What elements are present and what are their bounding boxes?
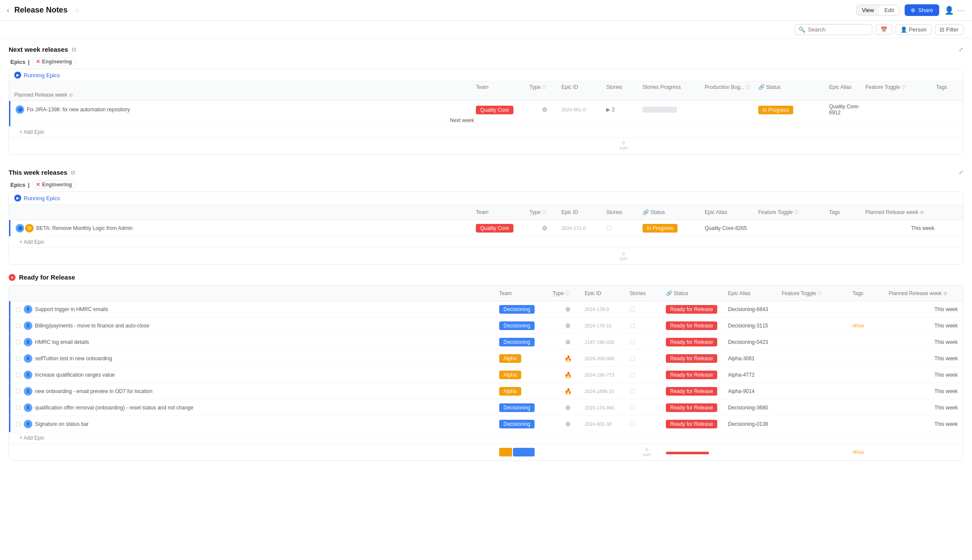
more-icon[interactable]: ⋯: [957, 6, 965, 15]
row3-6-title: ☐ 👤 new onboarding - email preview in OD…: [16, 387, 497, 396]
row3-7-team[interactable]: Decisioning: [499, 404, 551, 411]
row3-6-status[interactable]: Ready for Release: [666, 388, 726, 394]
row3-2-epic-alias: Decisioning-3115: [728, 323, 780, 329]
row3-1-epic-alias: Decisioning-6843: [728, 306, 780, 312]
row1-team[interactable]: Quality Core: [476, 107, 528, 113]
calendar-button[interactable]: 📅: [876, 24, 892, 35]
section1-table: ▶ Running Epics Team Type ⓘ Epic ID Stor…: [9, 69, 963, 155]
section3-add-epic[interactable]: + Add Epic: [9, 432, 963, 444]
row3-3-team[interactable]: Decisioning: [499, 339, 551, 345]
stories-check[interactable]: ☐: [630, 322, 635, 329]
section1-running-epics-label[interactable]: Running Epics: [24, 72, 60, 79]
row3-8-status[interactable]: Ready for Release: [666, 421, 726, 427]
col3-stories: Stories: [630, 290, 664, 296]
row2-checkbox[interactable]: ☐: [606, 225, 612, 232]
stories-check[interactable]: ☐: [630, 421, 635, 428]
row3-2-status[interactable]: Ready for Release: [666, 322, 726, 329]
row3-2-team[interactable]: Decisioning: [499, 322, 551, 329]
search-box[interactable]: 🔍: [795, 24, 872, 35]
row1-type: ⚙: [529, 106, 560, 113]
row2-status[interactable]: In Progress: [643, 225, 703, 231]
col-team: Team: [476, 84, 528, 90]
row3-check[interactable]: ☐: [16, 404, 21, 411]
row3-3-planned-week: This week: [889, 339, 958, 345]
type-info-icon: ⓘ: [542, 84, 546, 90]
row3-3-epic-alias: Decisioning-0423: [728, 339, 780, 345]
section2-filter-icon[interactable]: ⊟: [71, 170, 75, 176]
row2-avatars: 🔵 🟡: [16, 224, 34, 233]
row3-8-planned-week: This week: [889, 421, 958, 427]
row3-7-planned-week: This week: [889, 405, 958, 411]
row3-2-epic-id: 2024-179-15: [585, 323, 628, 328]
stories-check[interactable]: ☐: [630, 355, 635, 362]
row2-planned-week: This week: [865, 225, 934, 231]
row3-avatar: 👤: [24, 354, 32, 363]
search-input[interactable]: [808, 26, 868, 33]
section2-add-epic[interactable]: + Add Epic: [9, 236, 963, 248]
sum-num-3: 0 sum: [630, 447, 664, 457]
stories-check[interactable]: ☐: [630, 371, 635, 378]
row3-3-status[interactable]: Ready for Release: [666, 339, 726, 345]
row3-4-type: 🔥: [553, 355, 583, 362]
row3-5-team[interactable]: Alpha: [499, 371, 551, 378]
row2-title: 🔵 🟡 BETA: Remove Monthly Logic from Admi…: [16, 224, 474, 233]
sum-risk-tag: #Risk: [852, 450, 887, 455]
section1-expand-icon[interactable]: ⤢: [959, 46, 963, 53]
row3-avatar: 👤: [24, 403, 32, 412]
section2-running-epics-label[interactable]: Running Epics: [24, 195, 60, 201]
row3-6-team[interactable]: Alpha: [499, 388, 551, 394]
view-button[interactable]: View: [857, 5, 879, 15]
section2-title: This week releases: [9, 169, 67, 176]
add-col-icon3[interactable]: ⊕: [943, 290, 947, 296]
profile-icon[interactable]: 👤: [944, 6, 954, 15]
section1-title: Next week releases: [9, 46, 68, 53]
col2-status: 🔗 Status: [643, 209, 703, 215]
row3-4-team[interactable]: Alpha: [499, 355, 551, 362]
row1-epic-alias: Quality Core-6912: [829, 104, 864, 116]
row3-check[interactable]: ☐: [16, 355, 21, 362]
section3-circle: ●: [9, 274, 16, 281]
section1-engineering-tag[interactable]: ✕ Engineering: [32, 57, 76, 66]
row3-check[interactable]: ☐: [16, 388, 21, 395]
stories-check[interactable]: ☐: [630, 306, 635, 313]
section2-epics-label: Epics | ✕ Engineering: [9, 180, 963, 189]
section3-row-5: ☐ 👤 Increase qualification ranges value …: [9, 367, 963, 383]
add-col-icon2[interactable]: ⊕: [920, 209, 924, 215]
row3-1-status[interactable]: Ready for Release: [666, 306, 726, 312]
row3-check[interactable]: ☐: [16, 421, 21, 428]
section2-engineering-tag[interactable]: ✕ Engineering: [32, 180, 76, 189]
row3-7-status[interactable]: Ready for Release: [666, 404, 726, 411]
row3-8-team[interactable]: Decisioning: [499, 421, 551, 427]
section1-filter-icon[interactable]: ⊟: [72, 47, 76, 53]
section2-expand-icon[interactable]: ⤢: [959, 169, 963, 176]
section3-col-headers: Team Type ⓘ Epic ID Stories 🔗 Status Epi…: [9, 286, 963, 301]
stories-expand-icon[interactable]: ▶: [606, 107, 610, 113]
row3-check[interactable]: ☐: [16, 339, 21, 346]
feature-toggle-info: ⓘ: [901, 84, 906, 90]
add-col-icon[interactable]: ⊕: [69, 92, 73, 98]
row3-check[interactable]: ☐: [16, 371, 21, 378]
row1-status[interactable]: In Progress: [758, 107, 827, 113]
share-button[interactable]: ⊕ Share: [905, 4, 939, 16]
section3-row-6: ☐ 👤 new onboarding - email preview in OD…: [9, 383, 963, 400]
row3-5-status[interactable]: Ready for Release: [666, 371, 726, 378]
person-filter-button[interactable]: 👤 Person: [896, 24, 931, 35]
stories-check[interactable]: ☐: [630, 388, 635, 395]
edit-button[interactable]: Edit: [879, 5, 899, 15]
stories-check[interactable]: ☐: [630, 339, 635, 346]
row3-4-planned-week: This week: [889, 356, 958, 362]
section1-add-epic[interactable]: + Add Epic: [9, 126, 963, 138]
row3-1-type: ⚙: [553, 306, 583, 313]
row3-check[interactable]: ☐: [16, 322, 21, 329]
section3-row-1: ☐ 👤 Support trigger in HMRC emails Decis…: [9, 301, 963, 318]
row2-team[interactable]: Quality Core: [476, 225, 528, 231]
running-epics-circle2: ▶: [14, 195, 21, 201]
row3-1-team[interactable]: Decisioning: [499, 306, 551, 312]
back-button[interactable]: ‹: [7, 6, 9, 14]
row3-check[interactable]: ☐: [16, 306, 21, 313]
filter-button[interactable]: ⊟ Filter: [935, 24, 963, 35]
stories-check[interactable]: ☐: [630, 404, 635, 411]
row3-7-epic-alias: Decisioning-3680: [728, 405, 780, 411]
favorite-icon[interactable]: ☆: [74, 7, 80, 14]
row3-4-status[interactable]: Ready for Release: [666, 355, 726, 362]
